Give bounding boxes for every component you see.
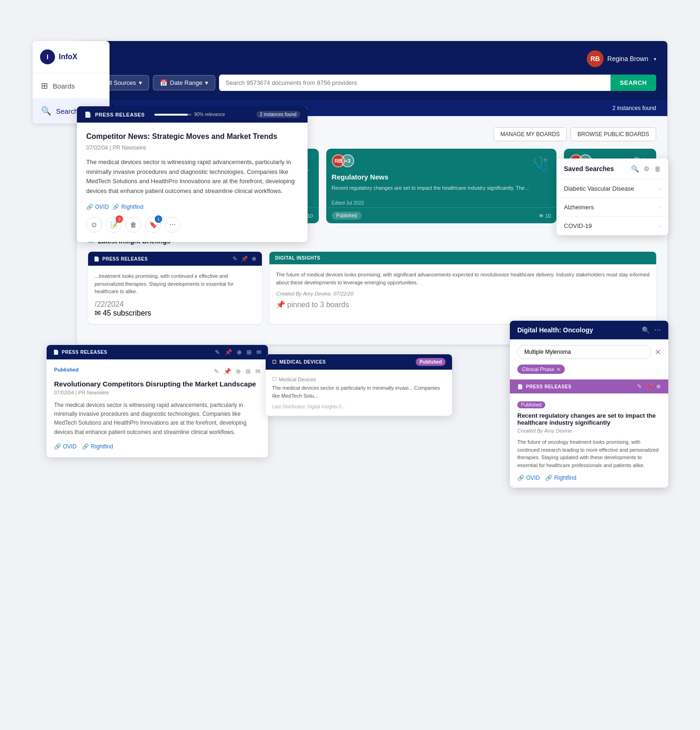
date-range-filter[interactable]: 📅 Date Range ▾ <box>153 75 215 90</box>
arrow-icon: › <box>659 186 661 192</box>
dho-tags: Clinical Phase ✕ <box>510 365 668 379</box>
note-icon: 📝 <box>110 221 118 228</box>
doc-icon: 📄 <box>94 256 100 262</box>
sidebar-boards-label: Boards <box>53 82 75 90</box>
dho-press-header: 📄 PRESS RELEASES ✎ 📌 ⊕ <box>510 379 668 393</box>
board-card-2-edited: Edited Jul 2023 <box>326 200 557 207</box>
briefing-card-oncology-excerpt: ...treatment looks promising, with conti… <box>95 272 255 296</box>
popup-header-label: PRESS RELEASES <box>95 112 145 117</box>
dho-rss-icon[interactable]: ⊕ <box>656 383 661 390</box>
saved-search-diabetic[interactable]: Diabetic Vascular Disease › <box>556 179 668 198</box>
mail-icon-4[interactable]: ✉ <box>255 368 261 375</box>
tag-close-icon[interactable]: ✕ <box>556 367 560 372</box>
edit-icon[interactable]: ✎ <box>233 255 237 262</box>
settings-icon[interactable]: ⚙ <box>644 165 650 172</box>
rss-icon[interactable]: ⊕ <box>252 255 256 262</box>
clinical-phase-label: Clinical Phase <box>522 366 555 372</box>
article-card2-ovid[interactable]: 🔗 OVID <box>54 443 76 450</box>
sidebar-search-label: Search <box>56 107 78 115</box>
dho-search-input[interactable] <box>517 345 651 359</box>
dho-edit-icon[interactable]: ✎ <box>637 383 642 390</box>
dho-header: Digital Health: Oncology 🔍 ⋯ <box>510 321 668 339</box>
article-card2-rightfind[interactable]: 🔗 Rightfind <box>82 443 113 450</box>
note-button[interactable]: 📝 3 <box>106 217 122 233</box>
saved-search-covid[interactable]: COVID-19 › <box>556 217 668 235</box>
date-range-chevron: ▾ <box>205 79 208 86</box>
article-card2-links: 🔗 OVID 🔗 Rightfind <box>54 443 261 450</box>
saved-search-diabetic-label: Diabetic Vascular Disease <box>564 185 634 192</box>
rightfind-link[interactable]: 🔗 Rightfind <box>112 204 143 210</box>
share-button[interactable]: ⊙ <box>86 217 102 233</box>
dho-ovid-link[interactable]: 🔗 OVID <box>517 475 540 481</box>
article-popup-title: Competitor News: Strategic Moves and Mar… <box>86 132 298 142</box>
saved-search-alzheimers-label: Alzheimers <box>564 204 594 211</box>
board-card-2[interactable]: 🩺 RB +3 Regulatory News Recent regulator… <box>326 149 557 223</box>
pin-icon[interactable]: 📌 <box>241 255 248 262</box>
app-name: InfoX <box>59 53 77 61</box>
board-card-2-views: 👁 10 <box>539 213 551 219</box>
dho-search-icon[interactable]: 🔍 <box>642 326 650 334</box>
search-icon-2[interactable]: 🔍 <box>631 165 639 172</box>
rss-icon-3[interactable]: ⊕ <box>237 349 242 356</box>
search-input[interactable] <box>219 75 611 91</box>
chevron-down-icon: ▾ <box>654 56 656 62</box>
dho-clear-icon[interactable]: ✕ <box>655 348 661 357</box>
pin-icon-4[interactable]: 📌 <box>224 368 231 375</box>
dho-rightfind-link[interactable]: 🔗 Rightfind <box>545 475 576 481</box>
briefing-card-oncology-header: 📄 PRESS RELEASES ✎ 📌 ⊕ <box>88 252 262 266</box>
board-card-2-content: Regulatory News Recent regulatory change… <box>326 167 557 200</box>
popup-relevance-bar <box>154 114 192 116</box>
briefing-card-digital-created: Created By Amy Devine, 07/22/20 <box>276 291 650 296</box>
doc-icon-3: 📄 <box>53 350 59 355</box>
delete-icon-2[interactable]: 🗑 <box>654 165 661 172</box>
sidebar-item-boards[interactable]: ⊞ Boards <box>33 73 110 98</box>
dho-more-icon[interactable]: ⋯ <box>654 326 661 334</box>
manage-boards-button[interactable]: MANAGE MY BOARDS <box>494 127 567 141</box>
archive-icon-3[interactable]: ⊞ <box>247 349 252 356</box>
briefing-card-digital-header: Digital Insights <box>269 252 656 264</box>
board-card-2-excerpt: Recent regulatory changes are set to imp… <box>332 185 551 192</box>
bookmark-button[interactable]: 🔖 1 <box>145 217 161 233</box>
article-card2-meta-row: Published ✎ 📌 ⊕ ⊞ ✉ <box>54 367 261 375</box>
user-menu[interactable]: RB Regina Brown ▾ <box>587 50 656 67</box>
dho-links: 🔗 OVID 🔗 Rightfind <box>517 475 661 481</box>
dho-pin-icon[interactable]: 📌 <box>645 383 652 390</box>
clinical-phase-tag[interactable]: Clinical Phase ✕ <box>517 365 565 374</box>
briefing-cards: 📄 PRESS RELEASES ✎ 📌 ⊕ ...treatment look… <box>88 252 656 324</box>
article-card2-excerpt: The medical devices sector is witnessing… <box>54 401 261 437</box>
rss-icon-4[interactable]: ⊕ <box>236 368 241 375</box>
dho-press-label: 📄 PRESS RELEASES <box>517 384 571 389</box>
dho-header-icons: 🔍 ⋯ <box>642 326 661 334</box>
header: RB Regina Brown ▾ 📁 All Sources ▾ 📅 Date… <box>77 41 667 100</box>
mail-icon-3[interactable]: ✉ <box>256 349 261 356</box>
checkbox-icon-2: ☐ <box>272 376 277 382</box>
briefing-card-oncology-body: ...treatment looks promising, with conti… <box>88 266 262 324</box>
board-card-2-status: Published <box>332 212 362 220</box>
briefings-section: ✉ Latest Insight Briefings 📄 PRESS RELEA… <box>88 236 656 324</box>
briefing-card-digital[interactable]: Digital Insights The future of medical d… <box>269 252 656 324</box>
saved-search-covid-label: COVID-19 <box>564 222 592 229</box>
more-icon: ⋯ <box>169 221 176 228</box>
dho-panel: Digital Health: Oncology 🔍 ⋯ ✕ Clinical … <box>510 321 668 488</box>
article-popup-sources: 🔗 OVID 🔗 Rightfind <box>86 204 298 210</box>
doc-icon-dho: 📄 <box>517 384 523 389</box>
popup-relevance: 90% relevance <box>154 112 225 117</box>
more-button[interactable]: ⋯ <box>165 217 180 233</box>
edit-icon-4[interactable]: ✎ <box>214 368 219 375</box>
share-icon: ⊙ <box>91 221 97 228</box>
press-popup-body: ☐ Medical Devices The medical devices se… <box>266 370 452 416</box>
ovid-link[interactable]: 🔗 OVID <box>86 204 109 210</box>
pin-icon-3[interactable]: 📌 <box>225 349 232 356</box>
checkbox-icon: ☐ <box>272 359 277 365</box>
board-card-2-icon: 🩺 <box>533 156 549 172</box>
delete-button[interactable]: 🗑 <box>125 217 141 233</box>
briefing-card-oncology[interactable]: 📄 PRESS RELEASES ✎ 📌 ⊕ ...treatment look… <box>88 252 262 324</box>
edit-icon-3[interactable]: ✎ <box>215 349 220 356</box>
external-link-icon: 🔗 <box>86 204 93 210</box>
date-range-label: Date Range <box>170 79 202 86</box>
browse-public-boards-button[interactable]: BROWSE PUBLIC BOARDS <box>570 127 656 141</box>
bookmark-badge: 1 <box>155 215 162 223</box>
saved-search-alzheimers[interactable]: Alzheimers › <box>556 198 668 217</box>
archive-icon-4[interactable]: ⊞ <box>246 368 251 375</box>
search-button[interactable]: SEARCH <box>611 75 656 91</box>
